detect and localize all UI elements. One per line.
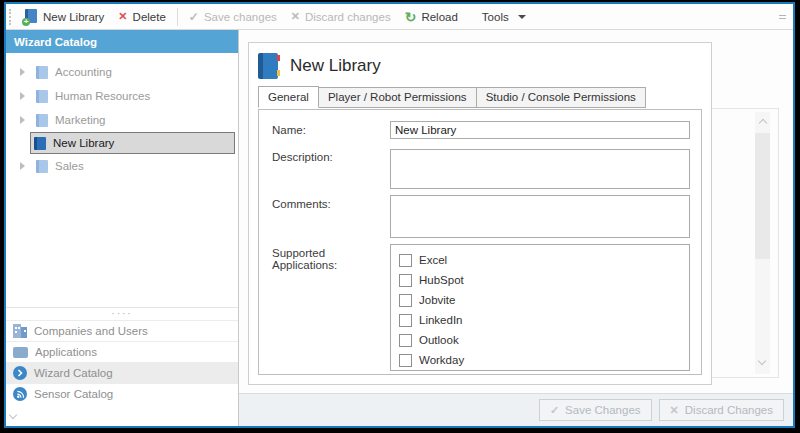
sidebar-item-applications[interactable]: Applications bbox=[6, 341, 238, 362]
tree-item-label: Marketing bbox=[55, 114, 106, 126]
comments-label: Comments: bbox=[272, 189, 390, 238]
tree-item-marketing[interactable]: Marketing bbox=[6, 108, 238, 132]
toolbar: + New Library ✕ Delete ✓ Save changes ✕ … bbox=[6, 4, 793, 30]
tree-item-label: Accounting bbox=[55, 66, 112, 78]
expand-arrow-icon[interactable] bbox=[20, 116, 25, 124]
checkbox-icon[interactable] bbox=[399, 354, 412, 367]
chevron-down-icon bbox=[518, 15, 526, 19]
save-changes-toolbar-button[interactable]: ✓ Save changes bbox=[182, 6, 284, 28]
description-label: Description: bbox=[272, 139, 390, 189]
close-icon: ✕ bbox=[670, 404, 679, 417]
reload-button[interactable]: ↻ Reload bbox=[398, 6, 465, 28]
description-textarea[interactable] bbox=[390, 149, 690, 189]
toolbar-grip[interactable] bbox=[9, 9, 12, 25]
supported-applications-label: Supported Applications: bbox=[272, 238, 390, 371]
expand-arrow-icon[interactable] bbox=[20, 92, 25, 100]
toolbar-overflow-button[interactable] bbox=[776, 12, 789, 22]
checkbox-label: LinkedIn bbox=[419, 314, 462, 326]
save-changes-button[interactable]: ✓ Save Changes bbox=[539, 399, 652, 421]
window-icon bbox=[13, 347, 28, 358]
tab-player-robot-permissions[interactable]: Player / Robot Permissions bbox=[318, 87, 477, 108]
save-changes-button-label: Save Changes bbox=[565, 404, 640, 416]
sidebar-item-label: Companies and Users bbox=[34, 325, 148, 337]
page-title: New Library bbox=[290, 56, 381, 76]
checkbox-label: Workday bbox=[419, 354, 464, 366]
app-window: + New Library ✕ Delete ✓ Save changes ✕ … bbox=[4, 2, 795, 428]
checkbox-label: Excel bbox=[419, 254, 447, 266]
checkbox-row-jobvite[interactable]: Jobvite bbox=[399, 290, 689, 310]
tools-label: Tools bbox=[482, 11, 509, 23]
library-icon bbox=[34, 137, 46, 150]
sidebar-item-label: Wizard Catalog bbox=[34, 367, 113, 379]
scroll-up-icon[interactable] bbox=[758, 119, 766, 127]
tree-item-accounting[interactable]: Accounting bbox=[6, 60, 238, 84]
sidebar-header: Wizard Catalog bbox=[6, 30, 238, 53]
new-library-button[interactable]: + New Library bbox=[17, 6, 111, 28]
library-book-icon bbox=[258, 53, 280, 79]
library-icon bbox=[36, 114, 48, 127]
delete-button[interactable]: ✕ Delete bbox=[111, 6, 172, 28]
tree-item-new-library[interactable]: New Library bbox=[30, 132, 235, 154]
delete-x-icon: ✕ bbox=[118, 10, 127, 23]
expand-arrow-icon[interactable] bbox=[20, 68, 25, 76]
scroll-down-icon[interactable] bbox=[758, 357, 766, 365]
content-area: New Library General Player / Robot Permi… bbox=[239, 30, 793, 426]
discard-changes-button[interactable]: ✕ Discard Changes bbox=[659, 399, 784, 421]
comments-textarea[interactable] bbox=[390, 195, 690, 238]
detail-card: New Library General Player / Robot Permi… bbox=[248, 42, 712, 385]
supported-applications-listbox: Excel HubSpot Jobvite bbox=[390, 244, 690, 371]
tab-strip: General Player / Robot Permissions Studi… bbox=[249, 87, 711, 108]
tree-item-label: Sales bbox=[55, 160, 84, 172]
checkbox-icon[interactable] bbox=[399, 314, 412, 327]
discard-changes-button-label: Discard Changes bbox=[685, 404, 773, 416]
sidebar-item-label: Applications bbox=[35, 346, 97, 358]
checkbox-row-workday[interactable]: Workday bbox=[399, 350, 689, 370]
tab-general-panel: Name: Description: Comments: Supported A… bbox=[258, 109, 702, 375]
sensor-rss-icon bbox=[13, 387, 27, 401]
discard-changes-label: Discard changes bbox=[305, 11, 391, 23]
checkbox-icon[interactable] bbox=[399, 294, 412, 307]
library-icon bbox=[36, 66, 48, 79]
expand-arrow-icon[interactable] bbox=[20, 162, 25, 170]
sidebar-item-sensor-catalog[interactable]: Sensor Catalog bbox=[6, 383, 238, 404]
delete-label: Delete bbox=[133, 11, 166, 23]
checkbox-icon[interactable] bbox=[399, 254, 412, 267]
discard-x-icon: ✕ bbox=[291, 10, 300, 23]
checkbox-icon[interactable] bbox=[399, 334, 412, 347]
sidebar-item-wizard-catalog[interactable]: Wizard Catalog bbox=[6, 362, 238, 383]
checkbox-row-outlook[interactable]: Outlook bbox=[399, 330, 689, 350]
check-icon: ✓ bbox=[189, 10, 199, 24]
name-input[interactable] bbox=[390, 121, 690, 139]
vertical-scrollbar[interactable] bbox=[755, 112, 770, 374]
footer-action-bar: ✓ Save Changes ✕ Discard Changes bbox=[239, 393, 793, 426]
toolbar-separator bbox=[177, 8, 178, 26]
reload-icon: ↻ bbox=[405, 10, 417, 24]
tab-general[interactable]: General bbox=[258, 86, 319, 108]
sidebar-item-companies-and-users[interactable]: Companies and Users bbox=[6, 320, 238, 341]
tree-item-label: New Library bbox=[53, 137, 114, 149]
checkbox-row-excel[interactable]: Excel bbox=[399, 250, 689, 270]
check-icon: ✓ bbox=[550, 404, 559, 417]
checkbox-icon[interactable] bbox=[399, 274, 412, 287]
new-library-icon: + bbox=[24, 9, 38, 24]
checkbox-label: Jobvite bbox=[419, 294, 455, 306]
circle-arrow-icon bbox=[13, 366, 27, 380]
sidebar-splitter[interactable]: ···· bbox=[6, 308, 238, 320]
save-changes-label: Save changes bbox=[204, 11, 277, 23]
tools-menu-button[interactable]: Tools bbox=[475, 6, 533, 28]
checkbox-row-hubspot[interactable]: HubSpot bbox=[399, 270, 689, 290]
discard-changes-toolbar-button[interactable]: ✕ Discard changes bbox=[284, 6, 398, 28]
tab-studio-console-permissions[interactable]: Studio / Console Permissions bbox=[476, 87, 646, 108]
catalog-tree: Accounting Human Resources Marketing New… bbox=[6, 53, 238, 308]
checkbox-label: Outlook bbox=[419, 334, 459, 346]
library-icon bbox=[36, 90, 48, 103]
tree-item-human-resources[interactable]: Human Resources bbox=[6, 84, 238, 108]
scroll-down-icon[interactable] bbox=[9, 411, 17, 419]
buildings-icon bbox=[13, 324, 27, 338]
library-icon bbox=[36, 160, 48, 173]
checkbox-row-linkedin[interactable]: LinkedIn bbox=[399, 310, 689, 330]
sidebar-item-label: Sensor Catalog bbox=[34, 388, 113, 400]
sidebar: Wizard Catalog Accounting Human Resource… bbox=[6, 30, 239, 426]
scrollbar-thumb[interactable] bbox=[755, 133, 770, 259]
tree-item-sales[interactable]: Sales bbox=[6, 154, 238, 178]
